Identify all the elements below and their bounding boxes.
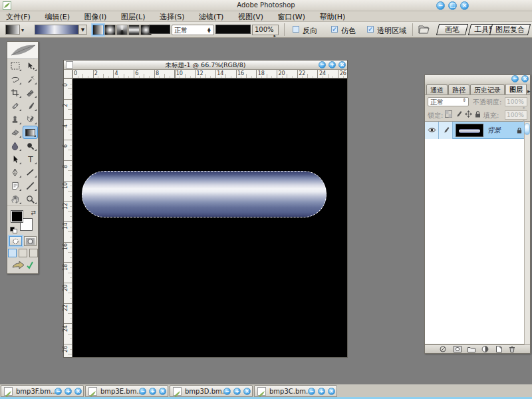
gradient-type-reflected-button[interactable] (128, 25, 140, 35)
layers-scrollbar[interactable] (524, 122, 530, 344)
tool-crop[interactable] (7, 86, 23, 99)
vertical-ruler[interactable]: 02468101214161820222426 (64, 78, 72, 357)
tool-gradient[interactable] (23, 126, 38, 139)
layer-visibility-toggle[interactable] (425, 122, 439, 139)
tool-brush[interactable] (23, 99, 38, 112)
tool-lasso[interactable] (7, 72, 23, 86)
restore-button[interactable]: − (223, 388, 231, 395)
reverse-checkbox[interactable] (293, 26, 299, 33)
tool-preset-picker[interactable] (5, 25, 20, 35)
menu-item-help[interactable]: 帮助(H) (313, 11, 351, 23)
panel-titlebar[interactable]: − × (425, 75, 530, 84)
gradient-type-radial-button[interactable] (104, 25, 116, 35)
document-titlebar[interactable]: 未标题-1 @ 66.7%(RGB/8) − + × (64, 61, 347, 70)
new-group-icon[interactable] (467, 346, 475, 352)
tool-clone-stamp[interactable] (7, 112, 23, 126)
ruler-corner[interactable] (64, 70, 72, 78)
gradient-preview-swatch[interactable] (35, 25, 78, 35)
scrollbar-thumb[interactable] (524, 123, 530, 135)
doc-maximize-button[interactable]: + (329, 61, 336, 68)
close-button[interactable]: × (74, 388, 82, 395)
standard-screen-mode-button[interactable] (8, 249, 17, 257)
lock-all-icon[interactable] (475, 110, 481, 118)
layer-thumbnail[interactable] (456, 124, 483, 137)
tool-path-selection[interactable] (7, 152, 23, 166)
new-adjustment-layer-icon[interactable] (481, 346, 489, 352)
gradient-type-angle-button[interactable] (116, 25, 128, 35)
maximize-button[interactable]: + (149, 388, 156, 395)
canvas[interactable] (72, 78, 347, 357)
tool-hand[interactable] (7, 192, 23, 205)
blend-mode-select[interactable]: 正常 ▲▼ (172, 25, 214, 35)
close-button[interactable]: × (243, 388, 251, 395)
app-restore-button[interactable]: □ (448, 1, 457, 10)
tool-magic-wand[interactable] (23, 72, 38, 86)
layer-fill-input[interactable]: 100%▸ (505, 110, 527, 120)
tool-line[interactable] (23, 166, 38, 179)
edit-in-imageready-icon[interactable] (11, 260, 34, 270)
tool-zoom[interactable] (23, 192, 38, 205)
restore-button[interactable]: − (308, 388, 315, 395)
tool-history-brush[interactable] (23, 112, 38, 126)
gradient-type-linear-button[interactable] (92, 25, 104, 35)
tab-paths[interactable]: 路径 (448, 84, 469, 94)
tool-rectangular-marquee[interactable] (7, 59, 23, 72)
tool-move[interactable] (23, 59, 38, 72)
app-close-button[interactable]: × (460, 1, 469, 10)
panel-menu-arrow-icon[interactable]: ▸ (527, 88, 532, 94)
quick-mask-mode-button[interactable] (24, 236, 37, 246)
gradient-picker-arrow-icon[interactable]: ▼ (78, 25, 87, 35)
toolbox-header[interactable] (7, 42, 38, 59)
layer-name[interactable]: 背景 (487, 126, 517, 135)
tool-slice[interactable] (23, 86, 38, 99)
minimized-window-bmp3F[interactable]: bmp3F.bm... − + × (1, 385, 84, 397)
tool-preset-arrow-icon[interactable]: ▾ (21, 27, 24, 33)
dither-checkbox[interactable]: ✓ (331, 26, 338, 33)
fullscreen-mode-button[interactable] (29, 249, 38, 257)
maximize-button[interactable]: + (318, 388, 325, 395)
transparency-checkbox[interactable]: ✓ (367, 26, 374, 33)
menu-item-file[interactable]: 文件(F) (0, 11, 37, 23)
fullscreen-menubar-mode-button[interactable] (19, 249, 27, 257)
menu-item-layer[interactable]: 图层(L) (115, 11, 152, 23)
layer-opacity-input[interactable]: 100%▸ (505, 97, 527, 106)
close-button[interactable]: × (328, 388, 335, 395)
doc-close-button[interactable]: × (338, 61, 346, 68)
new-layer-icon[interactable] (495, 346, 503, 352)
opacity-input[interactable]: 100%▸ (252, 25, 279, 35)
app-minimize-button[interactable]: − (436, 1, 445, 10)
doc-minimize-button[interactable]: − (319, 61, 326, 68)
tab-channels[interactable]: 通道 (426, 84, 448, 94)
panel-close-button[interactable]: × (521, 75, 529, 82)
layer-blend-mode-select[interactable]: 正常⇕ (428, 97, 469, 106)
menu-item-window[interactable]: 窗口(W) (272, 11, 311, 23)
panel-minimize-button[interactable]: − (511, 75, 519, 82)
tool-dodge[interactable] (23, 139, 38, 152)
menu-item-view[interactable]: 视图(V) (232, 11, 269, 23)
layer-style-icon[interactable] (440, 346, 448, 352)
menu-item-edit[interactable]: 编辑(E) (39, 11, 76, 23)
minimized-window-bmp3D[interactable]: bmp3D.bm... − + × (170, 385, 253, 397)
palette-tab-layer-comps[interactable]: 图层复合 (489, 24, 531, 35)
menu-item-image[interactable]: 图像(I) (78, 11, 112, 23)
tool-notes[interactable] (7, 179, 23, 192)
menu-item-select[interactable]: 选择(S) (154, 11, 191, 23)
menu-item-filter[interactable]: 滤镜(T) (193, 11, 229, 23)
foreground-color-swatch[interactable] (11, 210, 23, 223)
standard-mode-button[interactable] (9, 236, 22, 246)
tool-pen[interactable] (7, 166, 23, 179)
maximize-button[interactable]: + (233, 388, 241, 395)
tool-eraser[interactable] (7, 126, 23, 139)
file-browser-icon[interactable] (418, 23, 432, 36)
tool-healing-brush[interactable] (7, 99, 23, 112)
palette-tab-brushes[interactable]: 画笔 (436, 24, 468, 35)
swap-colors-icon[interactable]: ⇄ (31, 209, 36, 216)
horizontal-ruler[interactable]: 02468101214161820222426 (72, 70, 347, 78)
default-colors-icon[interactable] (10, 227, 17, 233)
add-layer-mask-icon[interactable] (454, 346, 462, 352)
tool-type[interactable]: T (23, 152, 38, 166)
lock-position-icon[interactable] (465, 110, 472, 118)
delete-layer-icon[interactable] (509, 346, 515, 352)
minimized-window-bmp3E[interactable]: bmp3E.bm... − + × (85, 385, 168, 397)
restore-button[interactable]: − (139, 388, 146, 395)
